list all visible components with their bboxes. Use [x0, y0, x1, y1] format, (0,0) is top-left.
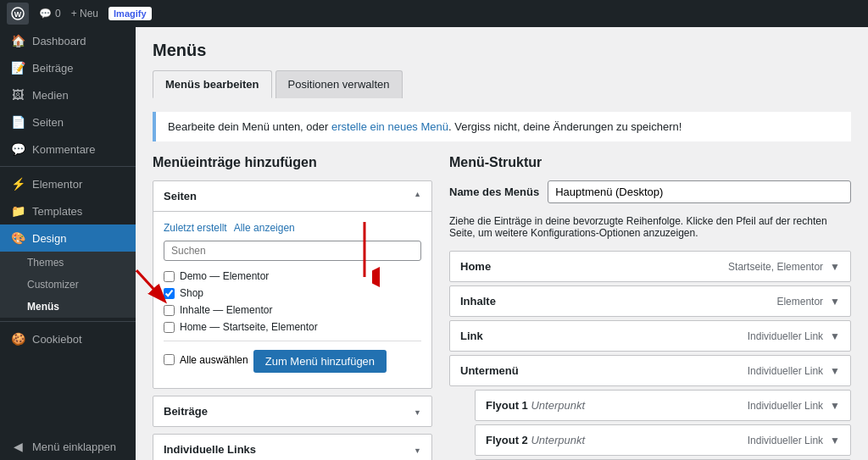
- adminbar-imagify[interactable]: Imagify: [108, 7, 152, 20]
- search-input[interactable]: [164, 241, 421, 261]
- menu-item-inhalte: Inhalte Elementor ▼: [449, 285, 851, 317]
- col-left: Menüeinträge hinzufügen Seiten Zuletzt e…: [153, 155, 432, 460]
- checkbox-item-inhalte[interactable]: Inhalte — Elementor: [164, 302, 421, 319]
- sidebar-divider: [0, 166, 136, 167]
- add-to-menu-button[interactable]: Zum Menü hinzufügen: [253, 350, 387, 373]
- menu-item-flyout1-right: Individueller Link ▼: [748, 400, 840, 412]
- col-right: Menü-Struktur Name des Menüs Ziehe die E…: [449, 155, 851, 460]
- elementor-icon: ⚡: [10, 177, 25, 191]
- sidebar-bottom: ◀ Menü einklappen: [0, 433, 136, 460]
- menu-editor-layout: Menüeinträge hinzufügen Seiten Zuletzt e…: [153, 155, 851, 460]
- templates-icon: 📁: [10, 204, 25, 218]
- adminbar-comments[interactable]: 💬 0: [39, 8, 61, 19]
- sidebar-item-dashboard[interactable]: 🏠 Dashboard: [0, 27, 136, 54]
- menu-item-home: Home Startseite, Elementor ▼: [449, 251, 851, 282]
- posts-icon: 📝: [10, 61, 25, 75]
- chevron-up-icon: [414, 190, 421, 202]
- menu-item-untermenu: Untermenü Individueller Link ▼: [449, 355, 851, 386]
- menu-item-flyout1-arrow[interactable]: ▼: [830, 400, 840, 412]
- menu-item-link: Link Individueller Link ▼: [449, 320, 851, 352]
- menu-hint: Ziehe die Einträge in deine bevorzugte R…: [449, 215, 851, 239]
- wp-logo: W: [7, 3, 29, 25]
- checkbox-item-shop[interactable]: Shop: [164, 285, 421, 302]
- menu-item-inhalte-right: Elementor ▼: [776, 296, 840, 308]
- comment-icon: 💬: [39, 8, 52, 19]
- notice-bar: Bearbeite dein Menü unten, oder erstelle…: [153, 112, 851, 141]
- dashboard-icon: 🏠: [10, 34, 25, 47]
- accordion-seiten-header[interactable]: Seiten: [153, 181, 431, 211]
- page-title-bar: Menüs: [153, 41, 851, 60]
- sidebar-design-submenu: Themes Customizer Menüs: [0, 252, 136, 318]
- menu-items-list: Home Startseite, Elementor ▼ Inhalte Ele…: [449, 251, 851, 460]
- sidebar-item-seiten[interactable]: 📄 Seiten: [0, 108, 136, 136]
- collapse-icon: ◀: [10, 440, 25, 453]
- chevron-down-icon-beitrage: [414, 405, 421, 418]
- media-icon: 🖼: [10, 88, 25, 102]
- checkbox-shop[interactable]: [164, 288, 175, 299]
- checkbox-item-demo[interactable]: Demo — Elementor: [164, 268, 421, 285]
- menu-item-untermenu-arrow[interactable]: ▼: [830, 365, 840, 377]
- checkbox-home[interactable]: [164, 322, 175, 333]
- admin-bar: W 💬 0 + Neu Imagify: [0, 0, 868, 27]
- menu-name-input[interactable]: [548, 180, 851, 203]
- select-all-label[interactable]: Alle auswählen: [164, 354, 248, 366]
- create-new-menu-link[interactable]: erstelle ein neues Menü: [331, 120, 448, 133]
- accordion-beitrage-header[interactable]: Beiträge: [153, 396, 431, 426]
- sidebar-item-templates[interactable]: 📁 Templates: [0, 197, 136, 224]
- accordion-individuelle: Individuelle Links: [153, 434, 432, 460]
- checkbox-item-home[interactable]: Home — Startseite, Elementor: [164, 319, 421, 335]
- select-all-checkbox[interactable]: [164, 354, 175, 365]
- svg-text:W: W: [14, 10, 22, 19]
- menu-item-home-right: Startseite, Elementor ▼: [728, 261, 840, 273]
- menu-item-inhalte-arrow[interactable]: ▼: [830, 296, 840, 308]
- cookiebot-icon: 🍪: [10, 332, 25, 346]
- sidebar-item-elementor[interactable]: ⚡ Elementor: [0, 170, 136, 197]
- nav-tabs: Menüs bearbeiten Positionen verwalten: [153, 70, 851, 98]
- sidebar-divider-2: [0, 321, 136, 322]
- menu-item-flyout2-right: Individueller Link ▼: [748, 435, 840, 446]
- tab-positions[interactable]: Positionen verwalten: [275, 70, 403, 98]
- menu-item-link-right: Individueller Link ▼: [748, 330, 840, 342]
- sidebar-item-themes[interactable]: Themes: [0, 252, 136, 274]
- menu-item-home-arrow[interactable]: ▼: [830, 261, 840, 273]
- comments-icon: 💬: [10, 142, 25, 156]
- sidebar-item-cookiebot[interactable]: 🍪 Cookiebot: [0, 325, 136, 352]
- menu-item-flyout2: Flyout 2 Unterpunkt Individueller Link ▼: [475, 424, 851, 456]
- sidebar-item-medien[interactable]: 🖼 Medien: [0, 81, 136, 108]
- sub-links: Zuletzt erstellt Alle anzeigen: [164, 222, 421, 234]
- design-icon: 🎨: [10, 231, 25, 245]
- adminbar-new[interactable]: + Neu: [71, 8, 98, 19]
- left-section-title: Menüeinträge hinzufügen: [153, 155, 432, 170]
- main-content: Menüs Menüs bearbeiten Positionen verwal…: [136, 0, 868, 460]
- sidebar-item-design[interactable]: 🎨 Design: [0, 224, 136, 252]
- accordion-beitrage: Beiträge: [153, 396, 432, 427]
- right-section-title: Menü-Struktur: [449, 155, 851, 170]
- sidebar-item-kommentare[interactable]: 💬 Kommentare: [0, 136, 136, 163]
- sidebar-collapse[interactable]: ◀ Menü einklappen: [0, 433, 136, 460]
- checkbox-demo[interactable]: [164, 271, 175, 282]
- show-all-link[interactable]: Alle anzeigen: [234, 222, 295, 234]
- menu-item-untermenu-right: Individueller Link ▼: [748, 365, 840, 377]
- tab-edit-menus[interactable]: Menüs bearbeiten: [153, 70, 272, 98]
- sidebar-item-customizer[interactable]: Customizer: [0, 274, 136, 296]
- sidebar: 🏠 Dashboard 📝 Beiträge 🖼 Medien 📄 Seiten…: [0, 0, 136, 460]
- sidebar-item-menus[interactable]: Menüs: [0, 296, 136, 318]
- pages-icon: 📄: [10, 115, 25, 129]
- chevron-down-icon-individuelle: [414, 443, 421, 456]
- menu-name-row: Name des Menüs: [449, 180, 851, 203]
- menu-item-flyout1: Flyout 1 Unterpunkt Individueller Link ▼: [475, 390, 851, 421]
- accordion-individuelle-header[interactable]: Individuelle Links: [153, 435, 431, 460]
- menu-item-flyout2-arrow[interactable]: ▼: [830, 435, 840, 446]
- recently-created-link[interactable]: Zuletzt erstellt: [164, 222, 227, 234]
- page-title: Menüs: [153, 41, 206, 60]
- checkbox-inhalte[interactable]: [164, 305, 175, 316]
- accordion-seiten: Seiten Zuletzt erstellt Alle anzeigen: [153, 180, 432, 389]
- menu-item-link-arrow[interactable]: ▼: [830, 330, 840, 342]
- sidebar-item-beitrage[interactable]: 📝 Beiträge: [0, 54, 136, 81]
- checkbox-list: Demo — Elementor Shop Inhalte — Elemento…: [164, 268, 421, 335]
- menu-name-label: Name des Menüs: [449, 186, 539, 198]
- accordion-seiten-content: Zuletzt erstellt Alle anzeigen Demo — El…: [153, 211, 431, 388]
- check-all-row: Alle auswählen Zum Menü hinzufügen: [164, 341, 421, 378]
